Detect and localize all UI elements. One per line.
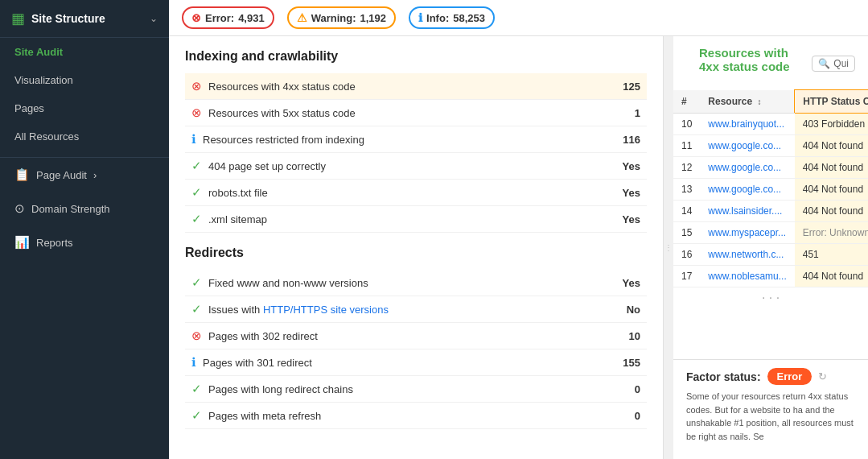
cell-http-status: 404 Not found <box>795 201 868 222</box>
factor-label: Factor status: <box>686 370 761 383</box>
resources-table: # Resource ↕ HTTP Status Code Content ty… <box>673 89 868 287</box>
cell-num: 15 <box>673 222 700 244</box>
right-panel-header: Resources with 4xx status code 🔍 Qui <box>673 46 868 89</box>
table-row[interactable]: 11www.google.co...404 Not foundtext/html <box>673 135 868 157</box>
item-label: Pages with meta refresh <box>208 410 610 422</box>
cell-resource[interactable]: www.google.co... <box>700 157 794 179</box>
list-item[interactable]: ⊗ Resources with 4xx status code 125 <box>185 73 647 100</box>
item-value: Yes <box>616 277 640 289</box>
table-body: 10www.brainyquot...403 Forbiddentext/htm… <box>673 114 868 287</box>
item-label: Pages with 302 redirect <box>208 330 610 342</box>
table-more-indicator: · · · <box>673 287 868 308</box>
item-label: Pages with long redirect chains <box>208 383 610 395</box>
sidebar-item-label: Visualization <box>14 74 73 86</box>
sidebar-item-visualization[interactable]: Visualization <box>0 66 169 94</box>
success-icon: ✓ <box>191 159 202 173</box>
table-row[interactable]: 17www.noblesamu...404 Not foundtext/html <box>673 266 868 287</box>
list-item[interactable]: ✓ Pages with meta refresh 0 <box>185 403 647 429</box>
search-icon: 🔍 <box>818 58 830 69</box>
cell-http-status: 403 Forbidden <box>795 114 868 135</box>
http-link[interactable]: HTTP/HTTPS site versions <box>263 304 389 316</box>
list-item[interactable]: ℹ Pages with 301 redirect 155 <box>185 349 647 376</box>
list-item[interactable]: ✓ 404 page set up correctly Yes <box>185 153 647 180</box>
sidebar-header[interactable]: ▦ Site Structure ⌄ <box>0 0 169 38</box>
item-label: Fixed www and non-www versions <box>208 277 610 289</box>
cell-resource[interactable]: www.noblesamu... <box>700 266 794 287</box>
info-icon: ℹ <box>191 132 196 147</box>
main-area: ⊗ Error: 4,931 ⚠ Warning: 1,192 ℹ Info: … <box>169 0 868 459</box>
info-value: 58,253 <box>453 12 485 24</box>
factor-description: Some of your resources return 4xx status… <box>686 390 855 443</box>
left-panel: Indexing and crawlability ⊗ Resources wi… <box>169 36 664 459</box>
cell-resource[interactable]: www.google.co... <box>700 179 794 201</box>
item-value: 10 <box>616 330 640 342</box>
item-value: 1 <box>616 107 640 119</box>
table-row[interactable]: 10www.brainyquot...403 Forbiddentext/htm… <box>673 114 868 135</box>
topbar: ⊗ Error: 4,931 ⚠ Warning: 1,192 ℹ Info: … <box>169 0 868 36</box>
list-item[interactable]: ℹ Resources restricted from indexing 116 <box>185 126 647 153</box>
success-icon: ✓ <box>191 185 202 200</box>
cell-resource[interactable]: www.brainyquot... <box>700 114 794 135</box>
cell-http-status: 404 Not found <box>795 266 868 287</box>
sidebar-item-label: All Resources <box>14 130 79 143</box>
warning-label: Warning: <box>311 12 356 24</box>
sidebar-section-page-audit[interactable]: 📋 Page Audit › <box>0 158 169 192</box>
sidebar-item-pages[interactable]: Pages <box>0 94 169 122</box>
list-item[interactable]: ✓ Issues with HTTP/HTTPS site versions N… <box>185 296 647 323</box>
table-row[interactable]: 12www.google.co...404 Not foundtext/html <box>673 157 868 179</box>
cell-resource[interactable]: www.myspacepr... <box>700 222 794 244</box>
chevron-down-icon: ⌄ <box>150 13 158 24</box>
cell-num: 13 <box>673 179 700 201</box>
success-icon: ✓ <box>191 408 202 423</box>
error-icon: ⊗ <box>191 79 202 93</box>
item-value: 0 <box>616 383 640 395</box>
sidebar-item-all-resources[interactable]: All Resources <box>0 122 169 151</box>
sidebar-section-reports[interactable]: 📊 Reports <box>0 225 169 259</box>
warning-badge: ⚠ Warning: 1,192 <box>287 6 396 29</box>
table-row[interactable]: 14www.lsainsider....404 Not foundtext/ht… <box>673 201 868 222</box>
item-value: 0 <box>616 410 640 422</box>
section1-title: Indexing and crawlability <box>185 49 647 64</box>
refresh-icon[interactable]: ↻ <box>818 370 827 382</box>
table-container: # Resource ↕ HTTP Status Code Content ty… <box>673 89 868 359</box>
success-icon: ✓ <box>191 382 202 396</box>
cell-num: 11 <box>673 135 700 157</box>
error-value: 4,931 <box>238 12 265 24</box>
list-item[interactable]: ⊗ Resources with 5xx status code 1 <box>185 100 647 126</box>
cell-resource[interactable]: www.google.co... <box>700 135 794 157</box>
item-value: Yes <box>616 160 640 172</box>
list-item[interactable]: ✓ Fixed www and non-www versions Yes <box>185 270 647 296</box>
error-icon: ⊗ <box>191 329 202 343</box>
item-value: Yes <box>616 187 640 199</box>
sidebar-item-site-audit[interactable]: Site Audit <box>0 38 169 66</box>
sidebar-section-domain-strength[interactable]: ⊙ Domain Strength <box>0 192 169 225</box>
cell-http-status: 404 Not found <box>795 157 868 179</box>
list-item[interactable]: ✓ robots.txt file Yes <box>185 180 647 206</box>
sort-icon: ↕ <box>757 97 761 106</box>
table-row[interactable]: 15www.myspacepr...Error: Unknown ...N/A <box>673 222 868 244</box>
factor-status-bar: Factor status: Error ↻ Some of your reso… <box>673 359 868 449</box>
list-item[interactable]: ✓ Pages with long redirect chains 0 <box>185 376 647 403</box>
cell-resource[interactable]: www.lsainsider.... <box>700 201 794 222</box>
factor-badge: Error <box>767 368 812 385</box>
item-label: Resources with 4xx status code <box>208 81 610 93</box>
right-panel-title: Resources with 4xx status code <box>686 46 812 81</box>
table-row[interactable]: 16www.networth.c...451text/html <box>673 244 868 266</box>
item-label: Pages with 301 redirect <box>203 357 610 369</box>
cell-resource[interactable]: www.networth.c... <box>700 244 794 266</box>
search-text: Qui <box>833 58 849 69</box>
section2-title: Redirects <box>185 246 647 260</box>
col-http-status[interactable]: HTTP Status Code <box>795 90 868 114</box>
section-label: Domain Strength <box>31 203 110 215</box>
crawlability-list: ⊗ Resources with 4xx status code 125 ⊗ R… <box>185 73 647 233</box>
list-item[interactable]: ⊗ Pages with 302 redirect 10 <box>185 323 647 349</box>
col-resource[interactable]: Resource ↕ <box>700 90 794 114</box>
chevron-right-icon: › <box>93 169 97 181</box>
col-num: # <box>673 90 700 114</box>
cell-http-status: 451 <box>795 244 868 266</box>
table-row[interactable]: 13www.google.co...404 Not foundtext/html <box>673 179 868 201</box>
grid-icon: ▦ <box>11 10 25 27</box>
resize-handle[interactable]: ⋮ <box>664 36 673 459</box>
list-item[interactable]: ✓ .xml sitemap Yes <box>185 206 647 233</box>
item-value: 155 <box>616 357 640 369</box>
